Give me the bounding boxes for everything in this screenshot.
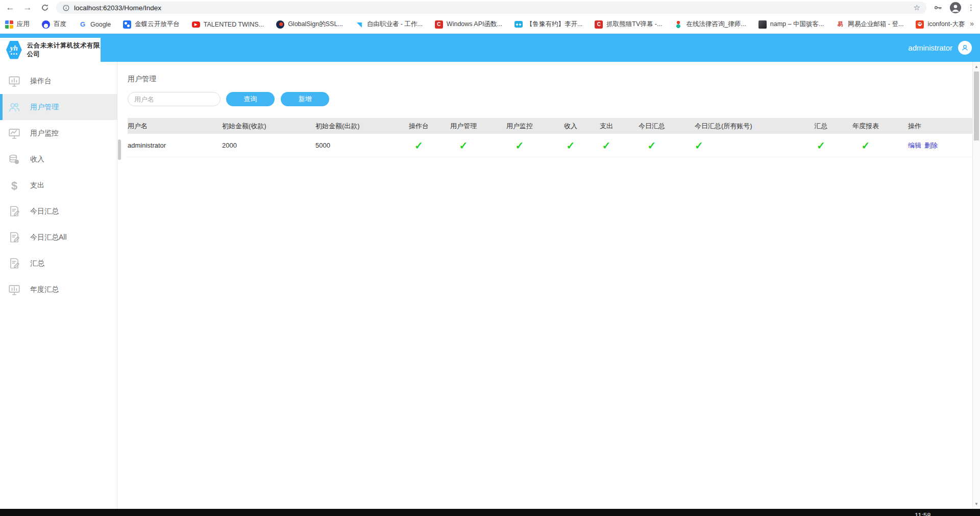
username-search-input[interactable] xyxy=(128,92,220,106)
cell-text: administrator xyxy=(128,142,222,149)
csdn-icon: C xyxy=(435,20,443,29)
address-bar[interactable]: localhost:62033/Home/Index ☆ xyxy=(56,2,926,14)
sidebar-item-支出[interactable]: $支出 xyxy=(0,172,117,198)
bookmark-star-icon[interactable]: ☆ xyxy=(914,3,920,12)
bookmark-label: 网易企业邮箱 - 登... xyxy=(848,20,903,29)
page-info-icon[interactable] xyxy=(62,4,70,12)
refresh-icon[interactable] xyxy=(38,1,52,14)
sidebar-item-收入[interactable]: 收入 xyxy=(0,146,117,172)
scroll-down-icon[interactable]: ▼ xyxy=(973,502,980,506)
query-button[interactable]: 查询 xyxy=(226,92,275,106)
check-icon: ✓ xyxy=(648,140,656,151)
sidebar-item-label: 用户监控 xyxy=(30,129,59,138)
coins-icon xyxy=(8,153,21,166)
delete-link[interactable]: 删除 xyxy=(924,142,938,149)
edit-link[interactable]: 编辑 xyxy=(908,142,921,149)
sidebar-item-今日汇总All[interactable]: 今日汇总All xyxy=(0,224,117,250)
user-avatar-icon[interactable] xyxy=(958,41,972,55)
sidebar-item-label: 收入 xyxy=(30,155,44,164)
sidebar-item-用户监控[interactable]: 用户监控 xyxy=(0,120,117,146)
sidebar-item-年度汇总[interactable]: 年度汇总 xyxy=(0,276,117,302)
check-icon: ✓ xyxy=(516,140,524,151)
page-scrollbar[interactable]: ▲ ▼ xyxy=(972,62,980,509)
scrollbar-thumb[interactable] xyxy=(974,72,979,140)
company-name: 云合未来计算机技术有限公司 xyxy=(27,41,101,59)
bookmark-label: 百度 xyxy=(54,20,66,29)
monitor-chart-icon xyxy=(8,127,21,140)
bookmark-label: TALENTED TWINS... xyxy=(204,21,264,28)
cell-check: ✓ xyxy=(845,139,886,152)
user-menu[interactable]: administrator xyxy=(908,34,972,62)
cell-check: ✓ xyxy=(624,139,679,152)
table-row: administrator20005000✓✓✓✓✓✓✓✓✓编辑删除 xyxy=(128,134,972,157)
back-icon[interactable]: ← xyxy=(3,1,17,14)
check-icon: ✓ xyxy=(414,140,423,151)
users-table: 用户名初始金额(收款)初始金额(出款)操作台用户管理用户监控收入支出今日汇总今日… xyxy=(128,118,972,157)
table-header-row: 用户名初始金额(收款)初始金额(出款)操作台用户管理用户监控收入支出今日汇总今日… xyxy=(128,118,972,134)
sidebar-item-汇总[interactable]: 汇总 xyxy=(0,250,117,276)
bookmark-item[interactable]: namp – 中国骇客... xyxy=(758,20,824,29)
bookmark-item[interactable]: C抓取熊猫TV弹幕 -... xyxy=(595,20,662,29)
iconfont-icon xyxy=(916,20,924,29)
bookmark-item[interactable]: 【鲁豫有约】李开... xyxy=(514,20,582,29)
column-header: 用户监控 xyxy=(486,122,553,131)
page-title: 用户管理 xyxy=(128,75,972,84)
monitor-bars-icon xyxy=(8,283,21,296)
sidebar-item-今日汇总[interactable]: 今日汇总 xyxy=(0,198,117,224)
youtube-icon: ▶ xyxy=(192,21,200,28)
bookmark-item[interactable]: GlobalSign的SSL... xyxy=(276,20,343,29)
bookmark-item[interactable]: 在线法律咨询_律师... xyxy=(674,20,746,29)
column-header: 操作台 xyxy=(397,122,440,131)
cell-check: ✓ xyxy=(589,139,624,152)
company-logo[interactable]: yh 云合未来计算机技术有限公司 xyxy=(0,38,101,62)
bookmark-item[interactable]: GGoogle xyxy=(79,20,111,29)
csdn-icon: C xyxy=(595,20,603,29)
bookmark-item[interactable]: CWindows API函数... xyxy=(435,20,502,29)
forward-icon[interactable]: → xyxy=(20,1,35,14)
search-controls: 查询 新增 xyxy=(128,92,972,106)
check-icon: ✓ xyxy=(567,140,575,151)
check-icon: ✓ xyxy=(695,140,703,151)
column-header: 支出 xyxy=(589,122,624,131)
users-icon xyxy=(8,101,21,114)
scroll-up-icon[interactable]: ▲ xyxy=(973,64,980,69)
sidebar-item-操作台[interactable]: 操作台 xyxy=(0,68,117,94)
browser-profile-icon[interactable] xyxy=(950,2,961,13)
bookmark-item[interactable]: ▶TALENTED TWINS... xyxy=(192,21,264,28)
doc-edit-icon xyxy=(8,257,21,270)
namp-avatar-icon xyxy=(758,20,767,29)
browser-menu-icon[interactable]: ⋮ xyxy=(967,3,975,12)
bilibili-icon xyxy=(514,21,523,28)
cell-actions: 编辑删除 xyxy=(886,141,972,150)
column-header: 年度报表 xyxy=(845,122,886,131)
sidebar-scrollbar-thumb[interactable] xyxy=(118,139,121,160)
column-header: 收入 xyxy=(553,122,589,131)
doc-edit-icon xyxy=(8,205,21,218)
sidebar-item-用户管理[interactable]: 用户管理 xyxy=(0,94,117,120)
sidebar-item-label: 年度汇总 xyxy=(30,285,59,294)
taskbar-sliver: 11:58 xyxy=(0,509,980,516)
cell-check: ✓ xyxy=(440,139,486,152)
cell-check: ✓ xyxy=(553,139,589,152)
svg-text:$: $ xyxy=(11,179,17,192)
add-button[interactable]: 新增 xyxy=(281,92,329,106)
url-text[interactable]: localhost:62033/Home/Index xyxy=(74,4,161,12)
cell-check: ✓ xyxy=(679,139,797,152)
sidebar-item-label: 汇总 xyxy=(30,259,44,268)
column-header: 操作 xyxy=(886,122,972,131)
cell-text: 2000 xyxy=(222,142,315,149)
bookmark-item[interactable]: 百度 xyxy=(42,20,66,29)
console-icon xyxy=(8,75,21,88)
column-header: 初始金额(收款) xyxy=(222,122,315,131)
bookmark-item[interactable]: 应用 xyxy=(5,20,30,29)
bookmark-item[interactable]: ◥自由职业者 - 工作... xyxy=(355,20,423,29)
check-icon: ✓ xyxy=(602,140,611,151)
logo-dots xyxy=(13,53,15,55)
bookmark-item[interactable]: 金蝶云开放平台 xyxy=(123,20,180,29)
bookmark-item[interactable]: 易网易企业邮箱 - 登... xyxy=(836,20,903,29)
password-key-icon[interactable] xyxy=(933,2,944,13)
bookmark-item[interactable]: iconfont-大赛 xyxy=(916,20,965,29)
column-header: 汇总 xyxy=(797,122,845,131)
bookmarks-overflow-icon[interactable]: » xyxy=(970,19,974,28)
bookmark-label: GlobalSign的SSL... xyxy=(288,20,343,29)
